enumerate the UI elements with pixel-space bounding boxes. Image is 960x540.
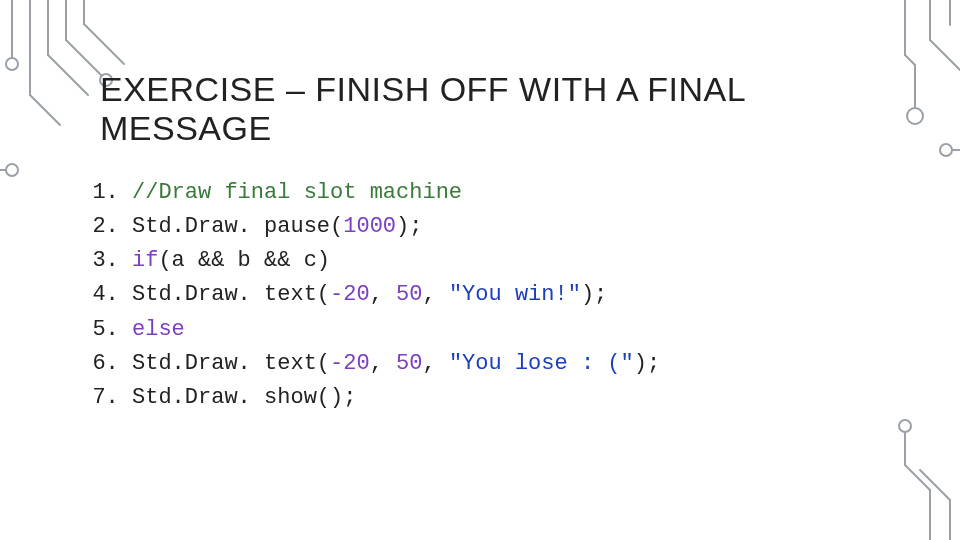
code-keyword: else — [132, 317, 185, 342]
title-line-1: EXERCISE – FINISH OFF WITH A FINAL — [100, 70, 746, 108]
code-text: , — [422, 351, 448, 376]
code-text: ); — [634, 351, 660, 376]
svg-point-16 — [907, 108, 923, 124]
svg-line-5 — [48, 55, 88, 95]
code-text: Std.Draw. pause( — [132, 214, 343, 239]
code-line-7: Std.Draw. show(); — [132, 381, 900, 415]
code-text: Std.Draw. text( — [132, 282, 330, 307]
svg-point-12 — [6, 164, 18, 176]
code-text: , — [422, 282, 448, 307]
code-line-2: Std.Draw. pause(1000); — [132, 210, 900, 244]
code-text: (a && b && c) — [158, 248, 330, 273]
code-number: 50 — [396, 351, 422, 376]
comment-text: //Draw final slot machine — [132, 180, 462, 205]
svg-point-25 — [899, 420, 911, 432]
svg-line-3 — [30, 95, 60, 125]
svg-line-27 — [920, 470, 950, 500]
svg-point-21 — [940, 144, 952, 156]
code-line-3: if(a && b && c) — [132, 244, 900, 278]
code-keyword: if — [132, 248, 158, 273]
slide-title: EXERCISE – FINISH OFF WITH A FINAL MESSA… — [100, 70, 900, 148]
svg-line-14 — [905, 55, 915, 65]
code-line-4: Std.Draw. text(-20, 50, "You win!"); — [132, 278, 900, 312]
code-number: -20 — [330, 282, 370, 307]
svg-line-23 — [905, 465, 930, 490]
code-string: "You win!" — [449, 282, 581, 307]
slide-content: EXERCISE – FINISH OFF WITH A FINAL MESSA… — [100, 70, 900, 415]
code-string: "You lose : (" — [449, 351, 634, 376]
code-text: , — [370, 282, 396, 307]
svg-point-1 — [6, 58, 18, 70]
code-block: //Draw final slot machine Std.Draw. paus… — [100, 176, 900, 415]
svg-line-18 — [930, 40, 960, 70]
title-line-2: MESSAGE — [100, 109, 272, 147]
code-text: ); — [581, 282, 607, 307]
svg-line-10 — [84, 24, 124, 64]
code-number: 1000 — [343, 214, 396, 239]
code-text: Std.Draw. show(); — [132, 385, 356, 410]
code-line-6: Std.Draw. text(-20, 50, "You lose : ("); — [132, 347, 900, 381]
code-line-1: //Draw final slot machine — [132, 176, 900, 210]
code-number: 50 — [396, 282, 422, 307]
code-text: ); — [396, 214, 422, 239]
code-text: , — [370, 351, 396, 376]
code-line-5: else — [132, 313, 900, 347]
code-text: Std.Draw. text( — [132, 351, 330, 376]
code-number: -20 — [330, 351, 370, 376]
